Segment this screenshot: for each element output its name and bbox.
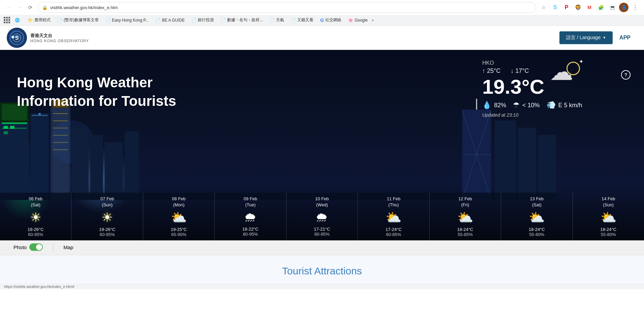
forecast-humidity: 80-95% <box>314 232 330 237</box>
address-bar[interactable]: 🔒 visithk.weather.gov.hk/index_e.htm <box>38 2 536 13</box>
lock-icon: 🔒 <box>42 5 48 10</box>
forecast-temp: 18-24°C <box>529 227 545 232</box>
forecast-date: 10 Feb(Wed) <box>315 196 329 208</box>
forecast-weather-icon: ☀ <box>30 210 41 225</box>
photo-toggle[interactable] <box>29 243 43 251</box>
rain-icon: ☂ <box>513 101 520 110</box>
forecast-day-8: 14 Feb(Sun) ⛅ 18-24°C 55-80% <box>573 193 644 240</box>
forecast-weather-icon: ⛅ <box>171 210 187 225</box>
forecast-day-3: 09 Feb(Tue) 🌧 18-22°C 80-95% <box>215 193 286 240</box>
forecast-humidity: 55-85% <box>458 232 473 237</box>
logo-en: HONG KONG OBSERVATORY <box>30 39 89 43</box>
forecast-temp: 19-25°C <box>171 227 187 232</box>
site-header: S 香港天文台 HONG KONG OBSERVATORY 語言 / Langu… <box>0 26 644 50</box>
apps-icon[interactable] <box>3 16 11 24</box>
low-temp: ↓ 17°C <box>511 67 529 75</box>
update-time: Updated at 23:10 <box>482 112 631 118</box>
forecast-humidity: 55-80% <box>601 232 616 237</box>
forecast-date: 06 Feb(Sat) <box>29 196 42 208</box>
bottom-tabs: Photo Map <box>0 240 644 255</box>
help-button[interactable]: ? <box>621 70 631 80</box>
logo-text: 香港天文台 HONG KONG OBSERVATORY <box>30 33 89 43</box>
language-button[interactable]: 語言 / Language ▼ <box>559 31 613 44</box>
pinterest-icon[interactable]: P <box>562 3 571 12</box>
status-bar: https://visithk.weather.gov.hk/index_e.h… <box>0 284 644 289</box>
map-tab[interactable]: Map <box>57 241 80 255</box>
bookmark-watch[interactable]: 📄 天氣 <box>267 16 287 24</box>
forecast-temp: 18-26°C <box>28 227 44 232</box>
logo-image: S <box>7 28 27 48</box>
forecast-weather-icon: ☀ <box>101 210 113 225</box>
forecast-weather-icon: ⛅ <box>386 210 401 225</box>
humidity-icon: 💧 <box>482 101 491 110</box>
forecast-weather-icon: ⛅ <box>529 210 545 225</box>
wind-item: 💨 E 5 km/h <box>547 101 582 110</box>
photo-tab[interactable]: Photo <box>7 240 50 255</box>
site-logo[interactable]: S 香港天文台 HONG KONG OBSERVATORY <box>7 28 89 48</box>
bookmark-bank[interactable]: 📄 BE A GUIDE <box>153 17 187 24</box>
browser-top-bar: ← → ⟳ 🔒 visithk.weather.gov.hk/index_e.h… <box>0 0 644 15</box>
gmail-icon[interactable]: M <box>585 3 594 12</box>
browser-chrome: ← → ⟳ 🔒 visithk.weather.gov.hk/index_e.h… <box>0 0 644 26</box>
forecast-day-2: 08 Feb(Mon) ⛅ 19-25°C 65-90% <box>143 193 215 240</box>
forecast-humidity: 60-95% <box>28 232 43 237</box>
bookmark-draft[interactable]: 📁 應用程式 <box>25 16 53 24</box>
back-button[interactable]: ← <box>4 3 13 12</box>
map-tab-label: Map <box>63 244 73 250</box>
forecast-date: 14 Feb(Sun) <box>602 196 615 208</box>
forecast-weather-icon: ⛅ <box>457 210 473 225</box>
forward-button[interactable]: → <box>15 3 24 12</box>
forecast-temp: 19-26°C <box>99 227 115 232</box>
hero-section: ✦ ☁ ? Hong Kong Weather Information for … <box>0 50 644 240</box>
bookmarks-more[interactable]: » <box>372 18 374 23</box>
forecast-weather-icon: 🌧 <box>315 210 328 225</box>
reload-button[interactable]: ⟳ <box>26 3 35 12</box>
app-button[interactable]: APP <box>613 31 637 44</box>
rain-value: < 10% <box>522 102 540 109</box>
forecast-humidity: 65-90% <box>171 232 186 237</box>
bookmark-data[interactable]: 📄 銀行投資 <box>189 16 217 24</box>
bookmark-weather[interactable]: 📄 數據・名句・政府... <box>218 16 266 24</box>
forecast-date: 13 Feb(Sat) <box>530 196 544 208</box>
forecast-humidity: 55-80% <box>529 232 544 237</box>
bookmark-social[interactable]: 📄 又聽又看 <box>288 16 316 24</box>
bookmark-applications[interactable]: 🌐 <box>12 17 24 24</box>
forecast-strip: 06 Feb(Sat) ☀ 18-26°C 60-95% 07 Feb(Sun)… <box>0 193 644 240</box>
logo-cn: 香港天文台 <box>30 33 89 39</box>
svg-text:S: S <box>15 35 19 41</box>
extensions-icon[interactable]: 🧩 <box>596 3 606 12</box>
bookmark-be-a-guide[interactable]: 📄 Easy Hong Kong P... <box>103 17 152 24</box>
url-text: visithk.weather.gov.hk/index_e.htm <box>50 5 118 10</box>
forecast-date: 09 Feb(Tue) <box>244 196 257 208</box>
forecast-day-5: 11 Feb(Thu) ⛅ 17-24°C 60-85% <box>358 193 429 240</box>
forecast-humidity: 80-95% <box>243 232 258 237</box>
forecast-day-0: 06 Feb(Sat) ☀ 18-26°C 60-95% <box>0 193 71 240</box>
cast-icon[interactable]: ⬒ <box>608 3 617 12</box>
forecast-humidity: 60-95% <box>100 232 115 237</box>
tourist-section: Tourist Attractions <box>0 255 644 284</box>
humidity-value: 82% <box>494 102 506 109</box>
bookmark-google[interactable]: G 社交網絡 <box>317 16 344 24</box>
brave-icon[interactable]: 🦁 <box>573 3 583 12</box>
skype-icon[interactable]: S <box>550 3 560 12</box>
tourist-section-title: Tourist Attractions <box>7 265 637 277</box>
high-temp: ↑ 25°C <box>482 67 500 75</box>
toggle-circle <box>36 244 42 250</box>
browser-icons-right: ☆ S P 🦁 M 🧩 ⬒ 👤 ⋮ <box>539 3 640 12</box>
forecast-weather-icon: 🌧 <box>244 210 257 225</box>
forecast-date: 11 Feb(Thu) <box>387 196 400 208</box>
menu-icon[interactable]: ⋮ <box>631 3 640 12</box>
forecast-date: 08 Feb(Mon) <box>172 196 185 208</box>
forecast-temp: 17-21°C <box>314 227 330 232</box>
star-icon[interactable]: ☆ <box>539 3 548 12</box>
status-url: https://visithk.weather.gov.hk/index_e.h… <box>4 285 74 289</box>
forecast-humidity: 60-85% <box>386 232 401 237</box>
nav-buttons: ← → ⟳ <box>4 3 35 12</box>
bookmark-photos[interactable]: 🌸 Google <box>345 17 370 24</box>
wind-icon: 💨 <box>547 101 556 110</box>
profile-avatar[interactable]: 👤 <box>619 3 628 12</box>
forecast-day-4: 10 Feb(Wed) 🌧 17-21°C 80-95% <box>286 193 358 240</box>
forecast-date: 12 Feb(Fri) <box>458 196 472 208</box>
bookmark-easy-hk[interactable]: 📄 (暫存)數據博客文章 <box>55 16 101 24</box>
forecast-temp: 18-24°C <box>600 227 616 232</box>
